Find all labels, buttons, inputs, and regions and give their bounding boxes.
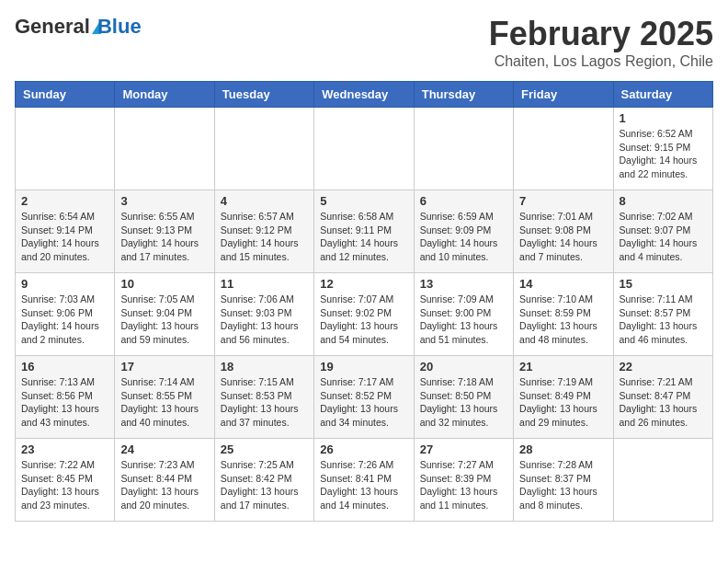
day-info: Sunrise: 7:10 AM Sunset: 8:59 PM Dayligh…: [519, 293, 607, 347]
day-info: Sunrise: 7:18 AM Sunset: 8:50 PM Dayligh…: [420, 375, 507, 430]
day-info: Sunrise: 7:26 AM Sunset: 8:41 PM Dayligh…: [320, 458, 407, 512]
calendar-cell: 21Sunrise: 7:19 AM Sunset: 8:49 PM Dayli…: [514, 356, 613, 439]
calendar-cell: 8Sunrise: 7:02 AM Sunset: 9:07 PM Daylig…: [613, 190, 712, 273]
day-info: Sunrise: 7:28 AM Sunset: 8:37 PM Dayligh…: [519, 458, 607, 512]
calendar-cell: 14Sunrise: 7:10 AM Sunset: 8:59 PM Dayli…: [514, 273, 613, 356]
day-number: 7: [519, 194, 607, 208]
calendar-cell: 6Sunrise: 6:59 AM Sunset: 9:09 PM Daylig…: [414, 190, 513, 273]
day-number: 27: [420, 442, 507, 456]
day-info: Sunrise: 7:06 AM Sunset: 9:03 PM Dayligh…: [221, 293, 308, 347]
day-number: 5: [320, 194, 407, 208]
calendar-day-header: Friday: [514, 82, 613, 108]
day-number: 22: [620, 360, 707, 373]
day-number: 13: [420, 277, 507, 291]
calendar-cell: 19Sunrise: 7:17 AM Sunset: 8:52 PM Dayli…: [314, 356, 414, 439]
calendar-cell: 28Sunrise: 7:28 AM Sunset: 8:37 PM Dayli…: [514, 439, 613, 522]
calendar-week-row: 16Sunrise: 7:13 AM Sunset: 8:56 PM Dayli…: [16, 356, 713, 439]
day-info: Sunrise: 7:01 AM Sunset: 9:08 PM Dayligh…: [519, 210, 607, 264]
calendar-day-header: Saturday: [613, 82, 712, 108]
day-info: Sunrise: 7:27 AM Sunset: 8:39 PM Dayligh…: [420, 458, 507, 512]
day-number: 18: [221, 360, 308, 373]
calendar-cell: 1Sunrise: 6:52 AM Sunset: 9:15 PM Daylig…: [613, 108, 712, 190]
day-info: Sunrise: 7:11 AM Sunset: 8:57 PM Dayligh…: [620, 293, 707, 347]
day-number: 21: [519, 360, 607, 373]
day-number: 6: [420, 194, 507, 208]
calendar-cell: 13Sunrise: 7:09 AM Sunset: 9:00 PM Dayli…: [414, 273, 513, 356]
day-number: 26: [320, 442, 407, 456]
calendar-cell: 27Sunrise: 7:27 AM Sunset: 8:39 PM Dayli…: [414, 439, 513, 522]
day-number: 19: [320, 360, 407, 373]
day-info: Sunrise: 6:54 AM Sunset: 9:14 PM Dayligh…: [21, 210, 108, 264]
location: Chaiten, Los Lagos Region, Chile: [489, 53, 713, 70]
day-number: 10: [120, 277, 208, 291]
day-number: 4: [221, 194, 308, 208]
logo-blue-text: Blue: [97, 15, 142, 39]
calendar-cell: 25Sunrise: 7:25 AM Sunset: 8:42 PM Dayli…: [214, 439, 313, 522]
day-info: Sunrise: 7:07 AM Sunset: 9:02 PM Dayligh…: [320, 293, 407, 347]
calendar-cell: 15Sunrise: 7:11 AM Sunset: 8:57 PM Dayli…: [613, 273, 712, 356]
day-info: Sunrise: 7:03 AM Sunset: 9:06 PM Dayligh…: [21, 293, 108, 347]
calendar-cell: 20Sunrise: 7:18 AM Sunset: 8:50 PM Dayli…: [414, 356, 513, 439]
day-info: Sunrise: 7:13 AM Sunset: 8:56 PM Dayligh…: [21, 375, 108, 430]
calendar-cell: 26Sunrise: 7:26 AM Sunset: 8:41 PM Dayli…: [314, 439, 414, 522]
day-info: Sunrise: 7:25 AM Sunset: 8:42 PM Dayligh…: [221, 458, 308, 512]
calendar-cell: 12Sunrise: 7:07 AM Sunset: 9:02 PM Dayli…: [314, 273, 414, 356]
day-info: Sunrise: 7:19 AM Sunset: 8:49 PM Dayligh…: [519, 375, 607, 430]
calendar-cell: 16Sunrise: 7:13 AM Sunset: 8:56 PM Dayli…: [16, 356, 115, 439]
calendar-cell: 9Sunrise: 7:03 AM Sunset: 9:06 PM Daylig…: [16, 273, 115, 356]
calendar-cell: 24Sunrise: 7:23 AM Sunset: 8:44 PM Dayli…: [115, 439, 214, 522]
calendar-cell: 23Sunrise: 7:22 AM Sunset: 8:45 PM Dayli…: [16, 439, 115, 522]
day-info: Sunrise: 7:23 AM Sunset: 8:44 PM Dayligh…: [120, 458, 208, 512]
day-number: 28: [519, 442, 607, 456]
calendar-day-header: Thursday: [414, 82, 513, 108]
logo-general-text: General: [15, 15, 90, 39]
day-info: Sunrise: 7:15 AM Sunset: 8:53 PM Dayligh…: [221, 375, 308, 430]
calendar-day-header: Wednesday: [314, 82, 414, 108]
calendar-week-row: 1Sunrise: 6:52 AM Sunset: 9:15 PM Daylig…: [16, 108, 713, 190]
calendar-body: 1Sunrise: 6:52 AM Sunset: 9:15 PM Daylig…: [16, 108, 713, 522]
month-title: February 2025: [489, 15, 713, 53]
day-info: Sunrise: 7:14 AM Sunset: 8:55 PM Dayligh…: [120, 375, 208, 430]
calendar-day-header: Tuesday: [214, 82, 313, 108]
day-number: 20: [420, 360, 507, 373]
calendar-week-row: 23Sunrise: 7:22 AM Sunset: 8:45 PM Dayli…: [16, 439, 713, 522]
day-info: Sunrise: 6:59 AM Sunset: 9:09 PM Dayligh…: [420, 210, 507, 264]
calendar-cell: [115, 108, 214, 190]
day-number: 17: [120, 360, 208, 373]
calendar-cell: 22Sunrise: 7:21 AM Sunset: 8:47 PM Dayli…: [613, 356, 712, 439]
calendar-cell: 4Sunrise: 6:57 AM Sunset: 9:12 PM Daylig…: [214, 190, 313, 273]
calendar-day-header: Monday: [115, 82, 214, 108]
calendar-cell: [314, 108, 414, 190]
day-number: 3: [120, 194, 208, 208]
day-number: 11: [221, 277, 308, 291]
calendar-day-header: Sunday: [16, 82, 115, 108]
calendar-table: SundayMondayTuesdayWednesdayThursdayFrid…: [15, 81, 713, 522]
calendar-cell: 18Sunrise: 7:15 AM Sunset: 8:53 PM Dayli…: [214, 356, 313, 439]
calendar-header-row: SundayMondayTuesdayWednesdayThursdayFrid…: [16, 82, 713, 108]
day-info: Sunrise: 6:58 AM Sunset: 9:11 PM Dayligh…: [320, 210, 407, 264]
day-info: Sunrise: 6:55 AM Sunset: 9:13 PM Dayligh…: [120, 210, 208, 264]
day-number: 2: [21, 194, 108, 208]
day-info: Sunrise: 7:02 AM Sunset: 9:07 PM Dayligh…: [620, 210, 707, 264]
logo: General Blue: [15, 15, 142, 39]
day-info: Sunrise: 7:09 AM Sunset: 9:00 PM Dayligh…: [420, 293, 507, 347]
day-number: 9: [21, 277, 108, 291]
day-number: 12: [320, 277, 407, 291]
title-block: February 2025 Chaiten, Los Lagos Region,…: [489, 15, 713, 70]
day-number: 25: [221, 442, 308, 456]
page-header: General Blue February 2025 Chaiten, Los …: [15, 15, 713, 70]
day-info: Sunrise: 7:05 AM Sunset: 9:04 PM Dayligh…: [120, 293, 208, 347]
calendar-cell: [16, 108, 115, 190]
day-number: 23: [21, 442, 108, 456]
calendar-cell: 3Sunrise: 6:55 AM Sunset: 9:13 PM Daylig…: [115, 190, 214, 273]
calendar-cell: 5Sunrise: 6:58 AM Sunset: 9:11 PM Daylig…: [314, 190, 414, 273]
day-number: 14: [519, 277, 607, 291]
calendar-cell: 2Sunrise: 6:54 AM Sunset: 9:14 PM Daylig…: [16, 190, 115, 273]
calendar-cell: 10Sunrise: 7:05 AM Sunset: 9:04 PM Dayli…: [115, 273, 214, 356]
day-number: 16: [21, 360, 108, 373]
day-number: 1: [620, 111, 707, 125]
day-info: Sunrise: 7:17 AM Sunset: 8:52 PM Dayligh…: [320, 375, 407, 430]
calendar-cell: [514, 108, 613, 190]
calendar-cell: [613, 439, 712, 522]
day-info: Sunrise: 6:57 AM Sunset: 9:12 PM Dayligh…: [221, 210, 308, 264]
